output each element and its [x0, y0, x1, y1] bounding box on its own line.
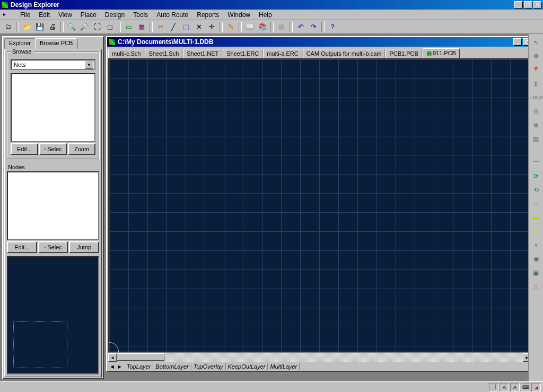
menu-file[interactable]: File	[16, 10, 34, 20]
doc-tab[interactable]: CAM Outputs for multi-b.cam	[303, 49, 386, 58]
layer-tab[interactable]: TopOverlay	[191, 363, 226, 370]
cut-icon[interactable]: ✂	[155, 21, 167, 33]
hatch-icon[interactable]: ▨	[531, 134, 541, 144]
menu-view[interactable]: View	[54, 10, 76, 20]
doc-tab-active[interactable]: ▦911.PCB	[423, 48, 460, 58]
layer-tab[interactable]: BottomLayer	[153, 363, 191, 370]
route-icon[interactable]: ⎍	[531, 281, 541, 292]
status-keyboard-icon: ⌨	[521, 383, 530, 391]
line-icon[interactable]: ╱	[168, 21, 179, 33]
open-icon[interactable]: 📂	[21, 21, 33, 33]
target-icon[interactable]: ⊕	[531, 120, 541, 130]
arc-ccw-icon[interactable]: ⟲	[531, 185, 541, 195]
zoom-fit-icon[interactable]: ⛶	[91, 21, 103, 33]
chevron-down-icon[interactable]: ▼	[85, 60, 93, 69]
print-icon[interactable]: 🖨	[47, 21, 58, 33]
save-icon[interactable]: 💾	[34, 21, 46, 33]
doc-tab[interactable]: multi-a.ERC	[263, 49, 302, 58]
via-icon[interactable]: ⊙	[531, 106, 541, 117]
status-eraser-icon: ◢	[531, 383, 541, 391]
menu-help[interactable]: Help	[255, 10, 276, 20]
help-icon[interactable]: ?	[327, 21, 338, 33]
menu-design[interactable]: Design	[101, 10, 129, 20]
nodes-label: Nodes	[7, 162, 99, 171]
move-icon[interactable]: ▦	[136, 21, 147, 33]
browse-group-label: Browse	[11, 49, 33, 55]
arc-cw-icon[interactable]: ⟳	[531, 171, 541, 181]
menu-tools[interactable]: Tools	[129, 10, 152, 20]
tree-icon[interactable]: 🗂	[2, 21, 14, 33]
browse-combo[interactable]: Nets ▼	[11, 59, 95, 70]
pan-icon[interactable]: ✥	[531, 51, 541, 62]
edit-button[interactable]: Edit...	[11, 143, 38, 155]
nets-listbox[interactable]	[11, 73, 95, 142]
menu-edit[interactable]: Edit	[34, 10, 54, 20]
doc-minimize-button[interactable]: _	[513, 38, 522, 46]
fill-icon[interactable]: ▬	[531, 212, 541, 223]
edit2-button[interactable]: Edit...	[7, 241, 37, 253]
scroll-thumb[interactable]	[117, 353, 164, 361]
zoom-in-icon[interactable]: 🔍	[66, 21, 77, 33]
component-icon[interactable]: ▣	[531, 267, 541, 278]
crosshair-icon[interactable]: ✛	[206, 21, 217, 33]
layer-tab[interactable]: TopLayer	[125, 363, 153, 370]
app-title: Design Explorer	[11, 1, 514, 8]
deselect-icon[interactable]: ✕	[193, 21, 205, 33]
tab-explorer[interactable]: Explorer	[4, 38, 36, 49]
menu-place[interactable]: Place	[76, 10, 101, 20]
menu-autoroute[interactable]: Auto Route	[152, 10, 192, 20]
select-button[interactable]: ▪Selec	[39, 143, 67, 155]
mini-preview[interactable]	[7, 256, 99, 374]
rect-select-icon[interactable]: ⬚	[180, 21, 192, 33]
zoom-button[interactable]: Zoom	[68, 143, 95, 155]
horizontal-scrollbar[interactable]: ◄ ►	[108, 353, 531, 362]
minimize-button[interactable]: _	[514, 1, 523, 8]
grid-background	[109, 59, 530, 352]
nodes-listbox[interactable]	[7, 171, 99, 240]
doc-tab[interactable]: Sheet1.ERC	[223, 49, 262, 58]
pin-icon[interactable]: 📍	[531, 65, 541, 75]
document-tabs: multi-c.Sch Sheet1.Sch Sheet1.NET Sheet1…	[107, 47, 532, 58]
menubar: ▸ File Edit View Place Design Tools Auto…	[0, 10, 543, 20]
highlight-icon[interactable]: ✎	[225, 21, 237, 33]
maximize-button[interactable]: □	[524, 1, 532, 8]
main-toolbar: 🗂 📂 💾 🖨 🔍 🔎 ⛶ ◻ ▭ ▦ ✂ ╱ ⬚ ✕ ✛ ✎ 📖 📚 ⊞ ↶ …	[0, 20, 543, 34]
doc-tab[interactable]: PCB1.PCB	[386, 49, 422, 58]
cursor-icon[interactable]: ↖	[531, 37, 541, 48]
zoom-area-icon[interactable]: ◻	[104, 21, 116, 33]
layer-tab[interactable]: KeepOutLayer	[226, 363, 268, 370]
doc-tab[interactable]: Sheet1.Sch	[145, 49, 182, 58]
string-icon[interactable]: A	[531, 240, 541, 250]
tab-browse-pcb[interactable]: Browse PCB	[35, 38, 77, 49]
pad-icon[interactable]: ◉	[531, 254, 541, 264]
undo-icon[interactable]: ↶	[295, 21, 306, 33]
scroll-track[interactable]	[164, 353, 523, 362]
select-icon[interactable]: ▭	[123, 21, 135, 33]
redo-icon[interactable]: ↷	[308, 21, 319, 33]
left-panel: Explorer Browse PCB Browse Nets ▼ Edit..…	[2, 36, 104, 379]
doc-tab[interactable]: Sheet1.NET	[183, 49, 222, 58]
scroll-left-icon[interactable]: ◄	[108, 353, 117, 362]
zoom-out-icon[interactable]: 🔎	[78, 21, 90, 33]
doc-icon	[108, 38, 116, 46]
pcb-canvas[interactable]	[108, 58, 531, 353]
document-title: C:\My Documents\MULTI-1.DDB	[118, 38, 513, 46]
polygon-icon[interactable]: ▱	[531, 226, 541, 237]
jump-button[interactable]: Jump	[69, 241, 99, 253]
close-button[interactable]: ✕	[533, 1, 542, 8]
circle-icon[interactable]: ○	[531, 198, 541, 209]
status-grip: ⎹	[489, 383, 498, 391]
text-icon[interactable]: T	[531, 79, 541, 89]
library-icon[interactable]: 📚	[257, 21, 268, 33]
app-icon	[1, 1, 8, 8]
layer-tab[interactable]: MultiLayer	[268, 363, 300, 370]
app-titlebar: Design Explorer _ □ ✕	[0, 0, 543, 10]
dimension-icon[interactable]: ↔10,10	[531, 92, 541, 103]
menu-reports[interactable]: Reports	[192, 10, 223, 20]
menu-window[interactable]: Window	[223, 10, 255, 20]
doc-tab[interactable]: multi-c.Sch	[108, 49, 144, 58]
book-icon[interactable]: 📖	[244, 21, 256, 33]
select2-button[interactable]: ▪Selec	[38, 241, 68, 253]
grid-icon[interactable]: ⊞	[276, 21, 287, 33]
track-icon[interactable]: 〰	[531, 157, 541, 168]
